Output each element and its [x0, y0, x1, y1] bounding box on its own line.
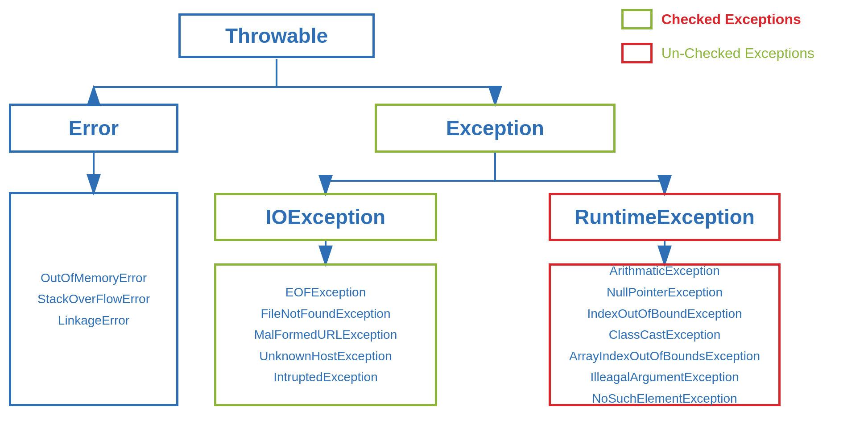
ioexception-label: IOException	[266, 205, 385, 229]
throwable-node: Throwable	[178, 13, 375, 58]
exception-node: Exception	[375, 104, 616, 153]
runtime-children-text: ArithmaticExceptionNullPointerExceptionI…	[569, 260, 760, 409]
runtimeexception-label: RuntimeException	[575, 205, 755, 229]
legend-unchecked-label: Un-Checked Exceptions	[661, 45, 814, 62]
error-children-text: OutOfMemoryErrorStackOverFlowErrorLinkag…	[37, 267, 150, 331]
runtimeexception-node: RuntimeException	[549, 193, 781, 241]
error-node: Error	[9, 104, 178, 153]
runtime-children-node: ArithmaticExceptionNullPointerExceptionI…	[549, 263, 781, 406]
error-children-node: OutOfMemoryErrorStackOverFlowErrorLinkag…	[9, 192, 178, 406]
ioexception-children-text: EOFExceptionFileNotFoundExceptionMalForm…	[254, 282, 397, 388]
exception-label: Exception	[446, 116, 544, 140]
ioexception-node: IOException	[214, 193, 437, 241]
legend-unchecked: Un-Checked Exceptions	[621, 43, 814, 63]
ioexception-children-node: EOFExceptionFileNotFoundExceptionMalForm…	[214, 263, 437, 406]
diagram-container: Throwable Error Exception OutOfMemoryErr…	[0, 0, 868, 425]
legend-unchecked-box	[621, 43, 653, 63]
legend-checked-box	[621, 9, 653, 29]
throwable-label: Throwable	[225, 24, 328, 48]
legend-checked-label: Checked Exceptions	[661, 11, 801, 28]
error-label: Error	[69, 116, 119, 140]
legend: Checked Exceptions Un-Checked Exceptions	[621, 9, 814, 63]
legend-checked: Checked Exceptions	[621, 9, 814, 29]
